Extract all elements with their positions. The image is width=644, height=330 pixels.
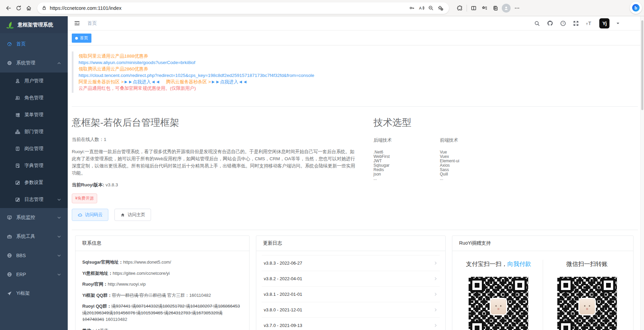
sidebar-item-dept-mgmt[interactable]: 部门管理	[0, 123, 68, 140]
book-icon	[15, 163, 20, 168]
sidebar-item-label: 日志管理	[24, 197, 43, 203]
profile-button[interactable]	[501, 3, 512, 13]
tech-item: ...	[440, 177, 506, 181]
breadcrumb[interactable]: 首页	[87, 20, 97, 26]
sidebar-item-system[interactable]: 系统管理	[0, 54, 68, 73]
app-logo: 意框架管理系统	[0, 16, 68, 33]
chevron-down-icon	[57, 235, 61, 239]
notice-line: 云产品通用红包，可叠加官网常规优惠使用。(仅限新用户)	[79, 85, 638, 91]
intro-description: Ruoyi:一直想做一款后台管理系统，看了很多优秀的开源项目但是发现没有合适自己…	[72, 148, 358, 177]
sidebar-item-monitor[interactable]: 系统监控	[0, 208, 68, 227]
sidebar-item-erp[interactable]: ERP	[0, 265, 68, 284]
tech-item: Sass	[440, 168, 506, 172]
sidebar-item-log-mgmt[interactable]: 日志管理	[0, 191, 68, 208]
toolbar-divider	[467, 5, 467, 12]
changelog-item[interactable]: v3.8.0 - 2021-12-01	[262, 302, 440, 318]
sidebar-item-label: 系统工具	[16, 233, 35, 240]
zoom-out-button[interactable]	[426, 3, 435, 13]
tree-list-icon	[15, 112, 20, 118]
sidebar-item-tools[interactable]: 系统工具	[0, 227, 68, 246]
sidebar-item-label: 参数设置	[24, 180, 43, 186]
sidebar-item-label: 用户管理	[24, 78, 43, 84]
frontend-tech-list: 前端技术 Vue Vuex Element-ui Axios Sass Quil…	[440, 137, 506, 181]
svg-text:T: T	[586, 22, 588, 26]
tech-item: Element-ui	[440, 159, 506, 163]
browser-toolbar: https://ccnetcore.com:1101/index A b	[0, 0, 644, 16]
log-icon	[15, 197, 20, 202]
more-button[interactable]	[512, 3, 522, 13]
split-screen-icon	[471, 5, 477, 11]
pay-me-link[interactable]: 向我付款	[508, 261, 531, 267]
sidebar-item-bbs[interactable]: BBS	[0, 246, 68, 265]
search-icon[interactable]	[534, 20, 540, 26]
sidebar-item-user-mgmt[interactable]: 用户管理	[0, 73, 68, 89]
tencent-enter-link[interactable]: ►►点我进入◄◄	[211, 79, 247, 84]
sidebar-item-post-mgmt[interactable]: 岗位管理	[0, 140, 68, 157]
scrollbar-thumb[interactable]	[641, 20, 643, 110]
address-bar[interactable]: https://ccnetcore.com:1101/index A	[37, 2, 449, 14]
sidebar-item-dict-mgmt[interactable]: 字典管理	[0, 157, 68, 174]
contact-card-title: 联系信息	[76, 236, 249, 251]
extensions-button[interactable]	[454, 3, 465, 13]
badge-icon	[15, 146, 20, 151]
page-content: 领取阿里云通用云产品1888优惠券 https://www.aliyun.com…	[68, 45, 644, 330]
back-button[interactable]	[3, 3, 14, 13]
changelog-item[interactable]: v3.8.2 - 2022-04-01	[262, 271, 440, 287]
app-title: 意框架管理系统	[18, 22, 53, 28]
svg-text:T: T	[588, 21, 591, 26]
caret-down-icon[interactable]	[616, 22, 620, 25]
sidebar-item-menu-mgmt[interactable]: 菜单管理	[0, 106, 68, 123]
extensions-icon	[457, 5, 463, 11]
add-favorite-button[interactable]	[435, 3, 445, 13]
browser-home-button[interactable]	[24, 3, 34, 13]
sidebar-toggle-button[interactable]	[71, 18, 83, 29]
page-title: 意框架-若依后台管理框架	[72, 116, 358, 129]
notice-line: https://cloud.tencent.com/redirect.php?r…	[79, 72, 638, 79]
sidebar-item-label: BBS	[16, 253, 26, 258]
visit-homepage-button[interactable]: 访问主页	[114, 209, 151, 221]
sidebar-item-label: 菜单管理	[24, 112, 43, 118]
version-line: 当前Ruoyi版本: v3.8.3	[72, 182, 358, 188]
sidebar-item-yi-framework[interactable]: Yi框架	[0, 284, 68, 303]
tab-home[interactable]: 首页	[72, 34, 91, 43]
free-open-source-tag: ¥免费开源	[72, 193, 97, 203]
refresh-button[interactable]	[14, 3, 24, 13]
qr-center-photo	[491, 299, 506, 314]
leaf-logo-icon	[5, 20, 14, 29]
user-avatar[interactable]: Yj	[599, 18, 609, 28]
fullscreen-icon[interactable]	[573, 20, 579, 26]
sidebar-item-home[interactable]: 首页	[0, 35, 68, 54]
github-icon[interactable]	[547, 20, 553, 26]
collections-button[interactable]	[490, 3, 501, 13]
chevron-right-icon	[433, 323, 438, 328]
svg-text:?: ?	[562, 22, 564, 25]
chevron-down-icon	[57, 273, 61, 276]
aliyun-enter-link[interactable]: ►►点我进入◄◄	[124, 79, 160, 84]
contact-row: Ruoyi官网：http://www.ruoyi.vip	[82, 281, 242, 288]
help-icon[interactable]: ?	[560, 20, 566, 26]
notice-line: 领取腾讯云通用云产品2860优惠券	[79, 66, 638, 72]
tech-item: Vue	[440, 150, 506, 154]
password-key-button[interactable]	[407, 3, 416, 13]
split-screen-button[interactable]	[468, 3, 479, 13]
tech-item: Axios	[440, 163, 506, 168]
sidebar-item-param-settings[interactable]: 参数设置	[0, 174, 68, 191]
tencent-link[interactable]: https://cloud.tencent.com/redirect.php?r…	[79, 73, 314, 78]
changelog-item[interactable]: v3.8.1 - 2022-01-01	[262, 287, 440, 302]
favorites-button[interactable]	[479, 3, 490, 13]
tech-item: ...	[373, 177, 440, 181]
read-aloud-button[interactable]: A	[416, 3, 426, 13]
alipay-column: 支付宝扫一扫，向我付款	[454, 260, 543, 330]
changelog-item[interactable]: v3.7.0 - 2021-09-13	[262, 318, 440, 330]
font-size-icon[interactable]: TT	[586, 20, 593, 26]
tab-label: 首页	[80, 35, 88, 41]
copilot-button[interactable]: b	[630, 2, 642, 14]
visit-gitee-button[interactable]: 访问码云	[72, 209, 108, 221]
online-count: 1	[104, 137, 107, 142]
aliyun-link[interactable]: https://www.aliyun.com/minisite/goods?us…	[79, 60, 195, 65]
browser-scrollbar[interactable]	[640, 16, 644, 330]
sidebar-item-role-mgmt[interactable]: 角色管理	[0, 89, 68, 106]
paper-plane-icon	[7, 291, 12, 296]
lock-icon[interactable]	[41, 5, 47, 11]
changelog-item[interactable]: v3.8.3 - 2022-06-27	[262, 255, 440, 271]
